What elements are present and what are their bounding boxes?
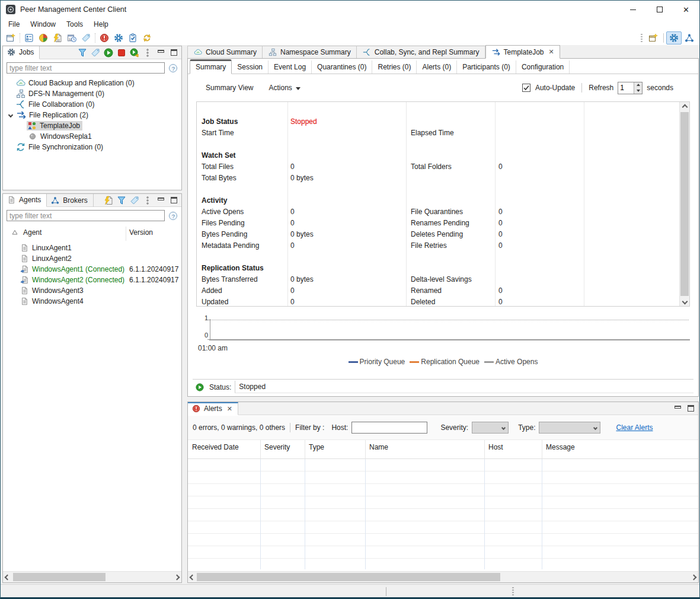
tab-agents[interactable]: Agents — [3, 194, 47, 207]
agents-filter-input[interactable] — [7, 210, 165, 221]
start-job-button[interactable] — [103, 47, 114, 58]
scroll-left-arrow[interactable] — [188, 572, 197, 582]
new-job-button[interactable] — [4, 31, 18, 44]
refresh-seconds-spinner[interactable] — [618, 82, 643, 94]
minimize-panel-button[interactable] — [672, 403, 683, 414]
subtab-quarantines[interactable]: Quarantines (0) — [312, 60, 372, 74]
menu-tools[interactable]: Tools — [61, 18, 88, 31]
summaries-button[interactable] — [36, 31, 50, 44]
minimize-panel-button[interactable] — [155, 47, 166, 58]
tab-brokers[interactable]: Brokers — [47, 194, 93, 207]
brokers-perspective-button[interactable] — [682, 31, 697, 44]
column-divider[interactable] — [542, 440, 542, 458]
refresh-seconds-input[interactable] — [618, 82, 634, 94]
help-icon[interactable]: ? — [168, 211, 178, 221]
scroll-down-arrow[interactable] — [680, 297, 689, 306]
column-divider[interactable] — [484, 440, 485, 458]
tab-jobs[interactable]: Jobs — [3, 46, 40, 59]
type-dropdown[interactable] — [539, 422, 600, 434]
host-filter-input[interactable] — [351, 422, 427, 434]
schedule-button[interactable]: 12 — [65, 31, 79, 44]
stop-job-button[interactable] — [116, 47, 127, 58]
subtab-retries[interactable]: Retries (0) — [372, 60, 417, 74]
tags-jobs-button[interactable] — [90, 47, 101, 58]
view-menu-button[interactable] — [142, 47, 153, 58]
alerts-table-header[interactable]: Received Date Severity Type Name Host Me… — [188, 440, 698, 459]
alerts-horizontal-scrollbar[interactable] — [188, 571, 698, 582]
subtab-session[interactable]: Session — [232, 60, 269, 74]
alerts-button[interactable] — [97, 31, 111, 44]
tab-cloud-summary[interactable]: Cloud Summary — [187, 46, 263, 59]
severity-dropdown[interactable] — [472, 422, 509, 434]
tab-templatejob[interactable]: TemplateJob ✕ — [485, 45, 560, 59]
close-tab-icon[interactable]: ✕ — [549, 48, 554, 56]
tree-item-windowsrepla1[interactable]: WindowsRepla1 — [3, 131, 181, 142]
close-button[interactable]: ✕ — [673, 1, 699, 18]
agent-row[interactable]: LinuxAgent2 — [3, 253, 181, 264]
agents-horizontal-scrollbar[interactable] — [3, 571, 181, 582]
subtab-event-log[interactable]: Event Log — [269, 60, 312, 74]
tree-item-templatejob[interactable]: TemplateJob — [3, 120, 181, 131]
agent-row-connected[interactable]: WindowsAgent1 (Connected) 6.1.1.20240917 — [3, 264, 181, 275]
agent-row[interactable]: LinuxAgent1 — [3, 243, 181, 253]
refresh-button[interactable] — [140, 31, 154, 44]
column-divider[interactable] — [260, 440, 261, 458]
agent-actions-button[interactable] — [50, 31, 65, 44]
maximize-panel-button[interactable] — [168, 195, 179, 206]
maximize-button[interactable] — [646, 1, 673, 18]
tree-item-file-collaboration[interactable]: File Collaboration (0) — [3, 99, 181, 110]
scrollbar-thumb[interactable] — [13, 573, 106, 581]
tab-collab-sync-repl-summary[interactable]: Collab, Sync, and Repl Summary — [357, 46, 485, 59]
start-with-options-button[interactable] — [129, 47, 140, 58]
clear-alerts-link[interactable]: Clear Alerts — [616, 423, 653, 432]
scroll-right-arrow[interactable] — [172, 572, 181, 582]
agent-row[interactable]: WindowsAgent3 — [3, 285, 181, 296]
filter-agents-button[interactable] — [116, 195, 127, 206]
tree-item-dfs-n[interactable]: DFS-N Management (0) — [3, 88, 181, 99]
auto-update-checkbox[interactable] — [522, 83, 531, 93]
tasks-button[interactable] — [126, 31, 140, 44]
agent-actions-button[interactable] — [103, 195, 114, 206]
jobs-perspective-button[interactable] — [666, 31, 682, 44]
tree-item-cloud-backup[interactable]: Cloud Backup and Replication (0) — [3, 78, 181, 88]
agent-row-connected[interactable]: WindowsAgent2 (Connected) 6.1.1.20240917 — [3, 275, 181, 285]
subtab-summary[interactable]: Summary — [190, 59, 232, 74]
statusbar-grip-icon[interactable] — [512, 587, 514, 597]
open-perspective-button[interactable] — [645, 31, 661, 44]
spinner-down-button[interactable] — [634, 88, 642, 94]
agents-table-header[interactable]: Agent Version — [3, 227, 181, 241]
tree-item-file-replication[interactable]: File Replication (2) — [3, 110, 181, 120]
subtab-participants[interactable]: Participants (0) — [457, 60, 516, 74]
menu-help[interactable]: Help — [88, 18, 114, 31]
subtab-alerts[interactable]: Alerts (0) — [417, 60, 457, 74]
maximize-panel-button[interactable] — [168, 47, 179, 58]
tab-alerts[interactable]: Alerts ✕ — [188, 402, 238, 415]
menu-file[interactable]: File — [3, 18, 25, 31]
scroll-right-arrow[interactable] — [689, 572, 698, 582]
preferences-button[interactable] — [111, 31, 126, 44]
help-icon[interactable]: ? — [168, 63, 178, 73]
tree-item-file-synchronization[interactable]: File Synchronization (0) — [3, 142, 181, 152]
agent-row[interactable]: WindowsAgent4 — [3, 296, 181, 307]
close-tab-icon[interactable]: ✕ — [227, 405, 232, 413]
view-list-button[interactable] — [22, 31, 36, 44]
view-menu-button[interactable] — [142, 195, 153, 206]
chevron-down-icon[interactable] — [8, 113, 13, 117]
scrollbar-thumb[interactable] — [680, 112, 689, 296]
jobs-filter-input[interactable] — [7, 62, 165, 74]
column-divider[interactable] — [305, 440, 305, 458]
maximize-panel-button[interactable] — [685, 403, 696, 414]
menu-window[interactable]: Window — [25, 18, 61, 31]
scroll-left-arrow[interactable] — [3, 572, 12, 582]
column-divider[interactable] — [365, 440, 366, 458]
subtab-configuration[interactable]: Configuration — [516, 60, 570, 74]
scrollbar-thumb[interactable] — [197, 573, 500, 581]
tags-button[interactable] — [79, 31, 93, 44]
minimize-button[interactable] — [619, 1, 646, 18]
minimize-panel-button[interactable] — [155, 195, 166, 206]
tab-namespace-summary[interactable]: Namespace Summary — [263, 46, 357, 59]
scroll-up-arrow[interactable] — [680, 102, 689, 111]
filter-jobs-button[interactable] — [77, 47, 88, 58]
tags-agents-button[interactable] — [129, 195, 140, 206]
actions-dropdown[interactable]: Actions — [269, 84, 300, 92]
